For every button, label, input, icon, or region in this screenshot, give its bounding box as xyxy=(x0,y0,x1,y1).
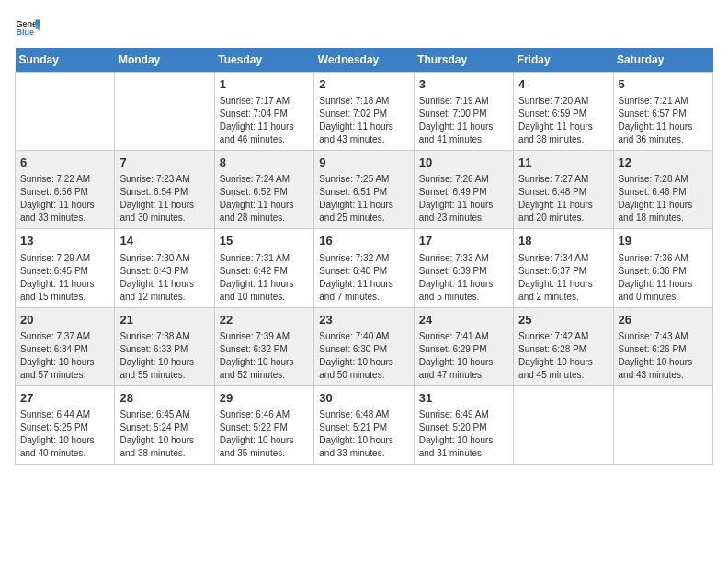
calendar-day-cell: 12Sunrise: 7:28 AM Sunset: 6:46 PM Dayli… xyxy=(613,151,712,229)
day-number: 1 xyxy=(220,76,309,93)
day-info: Sunrise: 7:36 AM Sunset: 6:36 PM Dayligh… xyxy=(619,252,708,304)
svg-text:Blue: Blue xyxy=(16,28,34,37)
day-info: Sunrise: 7:38 AM Sunset: 6:33 PM Dayligh… xyxy=(119,330,209,382)
calendar-day-cell: 17Sunrise: 7:33 AM Sunset: 6:39 PM Dayli… xyxy=(414,229,513,307)
day-info: Sunrise: 7:41 AM Sunset: 6:29 PM Dayligh… xyxy=(419,330,508,382)
day-info: Sunrise: 7:42 AM Sunset: 6:28 PM Dayligh… xyxy=(518,330,608,382)
day-number: 29 xyxy=(220,390,309,407)
day-number: 4 xyxy=(518,76,608,93)
day-info: Sunrise: 7:25 AM Sunset: 6:51 PM Dayligh… xyxy=(319,173,408,224)
calendar-day-cell: 1Sunrise: 7:17 AM Sunset: 7:04 PM Daylig… xyxy=(214,73,313,151)
calendar-day-cell: 31Sunrise: 6:49 AM Sunset: 5:20 PM Dayli… xyxy=(414,385,513,464)
calendar-day-cell: 5Sunrise: 7:21 AM Sunset: 6:57 PM Daylig… xyxy=(613,73,712,151)
day-info: Sunrise: 7:39 AM Sunset: 6:32 PM Dayligh… xyxy=(220,330,309,382)
calendar-day-cell: 6Sunrise: 7:22 AM Sunset: 6:56 PM Daylig… xyxy=(16,151,115,229)
day-info: Sunrise: 7:31 AM Sunset: 6:42 PM Dayligh… xyxy=(220,252,309,304)
header-row: SundayMondayTuesdayWednesdayThursdayFrid… xyxy=(16,48,713,73)
calendar-day-cell: 24Sunrise: 7:41 AM Sunset: 6:29 PM Dayli… xyxy=(414,307,513,385)
page-header: General Blue xyxy=(15,15,713,40)
day-number: 20 xyxy=(20,312,109,328)
day-number: 12 xyxy=(619,155,708,171)
day-number: 31 xyxy=(419,390,508,407)
day-number: 26 xyxy=(619,312,708,328)
calendar-day-cell: 8Sunrise: 7:24 AM Sunset: 6:52 PM Daylig… xyxy=(214,151,313,229)
day-info: Sunrise: 7:24 AM Sunset: 6:52 PM Dayligh… xyxy=(220,173,309,224)
day-number: 22 xyxy=(220,312,309,328)
calendar-day-cell: 2Sunrise: 7:18 AM Sunset: 7:02 PM Daylig… xyxy=(314,73,414,151)
day-info: Sunrise: 6:46 AM Sunset: 5:22 PM Dayligh… xyxy=(220,408,309,460)
day-info: Sunrise: 7:22 AM Sunset: 6:56 PM Dayligh… xyxy=(20,173,109,224)
day-number: 23 xyxy=(319,312,408,328)
calendar-day-cell: 25Sunrise: 7:42 AM Sunset: 6:28 PM Dayli… xyxy=(514,307,613,385)
day-info: Sunrise: 6:44 AM Sunset: 5:25 PM Dayligh… xyxy=(20,408,109,460)
calendar-day-cell: 18Sunrise: 7:34 AM Sunset: 6:37 PM Dayli… xyxy=(514,229,613,307)
day-info: Sunrise: 7:23 AM Sunset: 6:54 PM Dayligh… xyxy=(119,173,209,224)
day-info: Sunrise: 6:49 AM Sunset: 5:20 PM Dayligh… xyxy=(419,408,508,460)
day-info: Sunrise: 7:19 AM Sunset: 7:00 PM Dayligh… xyxy=(419,95,508,146)
day-number: 13 xyxy=(20,233,109,249)
day-info: Sunrise: 7:40 AM Sunset: 6:30 PM Dayligh… xyxy=(319,330,408,382)
day-number: 7 xyxy=(119,155,209,171)
calendar-week-row: 13Sunrise: 7:29 AM Sunset: 6:45 PM Dayli… xyxy=(16,229,713,307)
day-number: 15 xyxy=(220,233,309,249)
calendar-day-cell: 15Sunrise: 7:31 AM Sunset: 6:42 PM Dayli… xyxy=(214,229,313,307)
day-info: Sunrise: 7:33 AM Sunset: 6:39 PM Dayligh… xyxy=(419,252,508,304)
calendar-day-cell xyxy=(115,73,214,151)
calendar-week-row: 6Sunrise: 7:22 AM Sunset: 6:56 PM Daylig… xyxy=(16,151,713,229)
day-info: Sunrise: 7:18 AM Sunset: 7:02 PM Dayligh… xyxy=(319,95,408,146)
day-of-week-header: Sunday xyxy=(16,48,115,73)
day-info: Sunrise: 7:29 AM Sunset: 6:45 PM Dayligh… xyxy=(20,252,109,304)
day-info: Sunrise: 7:37 AM Sunset: 6:34 PM Dayligh… xyxy=(20,330,109,382)
calendar-day-cell: 26Sunrise: 7:43 AM Sunset: 6:26 PM Dayli… xyxy=(613,307,712,385)
day-of-week-header: Friday xyxy=(514,48,613,73)
day-of-week-header: Wednesday xyxy=(314,48,414,73)
day-number: 18 xyxy=(518,233,608,249)
calendar-day-cell: 11Sunrise: 7:27 AM Sunset: 6:48 PM Dayli… xyxy=(514,151,613,229)
day-of-week-header: Saturday xyxy=(613,48,712,73)
day-of-week-header: Tuesday xyxy=(214,48,313,73)
day-number: 8 xyxy=(220,155,309,171)
calendar-day-cell: 23Sunrise: 7:40 AM Sunset: 6:30 PM Dayli… xyxy=(314,307,414,385)
logo: General Blue xyxy=(15,15,40,40)
calendar-day-cell: 7Sunrise: 7:23 AM Sunset: 6:54 PM Daylig… xyxy=(115,151,214,229)
day-info: Sunrise: 7:30 AM Sunset: 6:43 PM Dayligh… xyxy=(119,252,209,304)
day-number: 16 xyxy=(319,233,408,249)
day-of-week-header: Thursday xyxy=(414,48,513,73)
day-number: 17 xyxy=(419,233,508,249)
day-info: Sunrise: 7:32 AM Sunset: 6:40 PM Dayligh… xyxy=(319,252,408,304)
calendar-day-cell: 3Sunrise: 7:19 AM Sunset: 7:00 PM Daylig… xyxy=(414,73,513,151)
calendar-day-cell: 27Sunrise: 6:44 AM Sunset: 5:25 PM Dayli… xyxy=(16,385,115,464)
day-info: Sunrise: 7:43 AM Sunset: 6:26 PM Dayligh… xyxy=(619,330,708,382)
day-info: Sunrise: 7:28 AM Sunset: 6:46 PM Dayligh… xyxy=(619,173,708,224)
day-number: 11 xyxy=(518,155,608,171)
calendar-day-cell: 10Sunrise: 7:26 AM Sunset: 6:49 PM Dayli… xyxy=(414,151,513,229)
day-number: 9 xyxy=(319,155,408,171)
calendar-week-row: 27Sunrise: 6:44 AM Sunset: 5:25 PM Dayli… xyxy=(16,385,713,464)
calendar-day-cell xyxy=(514,385,613,464)
day-number: 30 xyxy=(319,390,408,407)
day-info: Sunrise: 7:26 AM Sunset: 6:49 PM Dayligh… xyxy=(419,173,508,224)
day-number: 10 xyxy=(419,155,508,171)
day-number: 27 xyxy=(20,390,109,407)
day-info: Sunrise: 6:45 AM Sunset: 5:24 PM Dayligh… xyxy=(119,408,209,460)
calendar-week-row: 20Sunrise: 7:37 AM Sunset: 6:34 PM Dayli… xyxy=(16,307,713,385)
calendar-day-cell: 28Sunrise: 6:45 AM Sunset: 5:24 PM Dayli… xyxy=(115,385,214,464)
day-info: Sunrise: 7:17 AM Sunset: 7:04 PM Dayligh… xyxy=(220,95,309,146)
calendar-day-cell: 22Sunrise: 7:39 AM Sunset: 6:32 PM Dayli… xyxy=(214,307,313,385)
calendar-day-cell: 29Sunrise: 6:46 AM Sunset: 5:22 PM Dayli… xyxy=(214,385,313,464)
calendar-day-cell xyxy=(613,385,712,464)
calendar-day-cell: 21Sunrise: 7:38 AM Sunset: 6:33 PM Dayli… xyxy=(115,307,214,385)
day-number: 2 xyxy=(319,76,408,93)
logo-icon: General Blue xyxy=(15,15,40,40)
calendar-day-cell: 19Sunrise: 7:36 AM Sunset: 6:36 PM Dayli… xyxy=(613,229,712,307)
day-number: 14 xyxy=(119,233,209,249)
day-of-week-header: Monday xyxy=(115,48,214,73)
day-number: 5 xyxy=(619,76,708,93)
day-info: Sunrise: 7:27 AM Sunset: 6:48 PM Dayligh… xyxy=(518,173,608,224)
day-number: 19 xyxy=(619,233,708,249)
calendar-day-cell: 9Sunrise: 7:25 AM Sunset: 6:51 PM Daylig… xyxy=(314,151,414,229)
calendar-day-cell: 20Sunrise: 7:37 AM Sunset: 6:34 PM Dayli… xyxy=(16,307,115,385)
day-info: Sunrise: 7:20 AM Sunset: 6:59 PM Dayligh… xyxy=(518,95,608,146)
day-info: Sunrise: 7:34 AM Sunset: 6:37 PM Dayligh… xyxy=(518,252,608,304)
calendar-day-cell: 13Sunrise: 7:29 AM Sunset: 6:45 PM Dayli… xyxy=(16,229,115,307)
